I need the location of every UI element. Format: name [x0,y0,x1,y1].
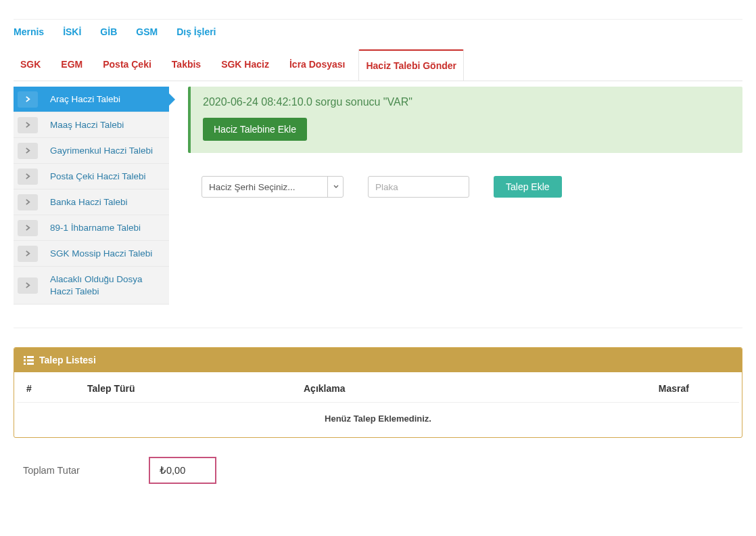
sidebar: Araç Haczi Talebi Maaş Haczi Talebi Gayr… [14,87,169,305]
svg-rect-4 [24,363,26,365]
plaka-input[interactable] [368,176,469,198]
col-masraf: Masraf [617,375,699,403]
chevron-right-icon [18,143,38,159]
sidebar-item-label: Araç Haczi Talebi [50,87,169,111]
sidebar-item-891[interactable]: 89-1 İhbarname Talebi [14,215,169,241]
empty-row: Henüz Talep Eklemediniz. [17,403,739,435]
sidebar-item-label: 89-1 İhbarname Talebi [50,216,169,240]
panel-title: Talep Listesi [39,355,96,365]
sidebar-item-alacakli[interactable]: Alacaklı Olduğu Dosya Haczi Talebi [14,267,169,305]
tab-sgkhaciz[interactable]: SGK Haciz [214,49,276,81]
chevron-down-icon [327,176,344,198]
tab-iski[interactable]: İSKİ [63,26,81,37]
sidebar-item-gayrimenkul[interactable]: Gayrimenkul Haczi Talebi [14,138,169,164]
chevron-right-icon [18,117,38,133]
tab-gsm[interactable]: GSM [136,26,158,37]
chevron-right-icon [18,194,38,210]
sidebar-item-arac[interactable]: Araç Haczi Talebi [14,87,169,112]
sidebar-item-label: Maaş Haczi Talebi [50,113,169,137]
form-row: Talep Ekle [188,176,742,198]
tab-takbis[interactable]: Takbis [165,49,208,81]
sidebar-item-label: Gayrimenkul Haczi Talebi [50,139,169,162]
svg-rect-3 [27,359,34,361]
tab-haciztalebigonder[interactable]: Haciz Talebi Gönder [358,49,464,81]
tab-postaceki[interactable]: Posta Çeki [96,49,158,81]
chevron-right-icon [18,91,38,108]
svg-rect-2 [24,359,26,361]
sidebar-item-label: Alacaklı Olduğu Dosya Haczi Talebi [50,267,169,304]
col-actions [699,375,739,403]
svg-rect-0 [24,356,26,358]
top-tabs: Mernis İSKİ GİB GSM Dış İşleri [14,26,742,37]
total-row: Toplam Tutar ₺0,00 [14,457,742,484]
sidebar-item-label: SGK Mossip Haczi Talebi [50,242,169,265]
tab-icradosyasi[interactable]: İcra Dosyası [283,49,352,81]
talep-table: # Talep Türü Açıklama Masraf Henüz Talep… [17,375,739,434]
talep-ekle-button[interactable]: Talep Ekle [494,176,562,198]
tab-mernis[interactable]: Mernis [14,26,44,37]
chevron-right-icon [18,169,38,185]
chevron-right-icon [18,220,38,236]
total-value: ₺0,00 [149,457,216,484]
talep-listesi-panel: Talep Listesi # Talep Türü Açıklama Masr… [14,347,742,438]
sidebar-item-banka[interactable]: Banka Haczi Talebi [14,189,169,215]
haciz-talebine-ekle-button[interactable]: Haciz Talebine Ekle [203,118,307,141]
sidebar-item-maas[interactable]: Maaş Haczi Talebi [14,112,169,138]
svg-rect-1 [27,356,34,358]
tab-sgk[interactable]: SGK [14,49,47,81]
haciz-serhi-select[interactable] [202,176,344,198]
col-hash: # [17,375,78,403]
chevron-right-icon [18,246,38,262]
svg-rect-5 [27,363,34,365]
panel-header: Talep Listesi [14,348,742,372]
list-icon [24,356,34,365]
tab-gib[interactable]: GİB [100,26,117,37]
alert-success: 2020-06-24 08:42:10.0 sorgu sonucu "VAR"… [188,87,742,153]
sidebar-item-posta[interactable]: Posta Çeki Haczi Talebi [14,164,169,189]
col-tur: Talep Türü [78,375,294,403]
main-content: 2020-06-24 08:42:10.0 sorgu sonucu "VAR"… [188,87,742,305]
sidebar-item-sgkmossip[interactable]: SGK Mossip Haczi Talebi [14,241,169,267]
total-label: Toplam Tutar [14,458,149,483]
select-display[interactable] [202,176,344,198]
tab-disisleri[interactable]: Dış İşleri [176,26,216,37]
main-tabs: SGK EGM Posta Çeki Takbis SGK Haciz İcra… [14,49,742,81]
alert-text: 2020-06-24 08:42:10.0 sorgu sonucu "VAR" [203,96,730,108]
col-aciklama: Açıklama [294,375,617,403]
sidebar-item-label: Posta Çeki Haczi Talebi [50,164,169,188]
chevron-right-icon [18,277,38,294]
tab-egm[interactable]: EGM [54,49,89,81]
sidebar-item-label: Banka Haczi Talebi [50,190,169,214]
